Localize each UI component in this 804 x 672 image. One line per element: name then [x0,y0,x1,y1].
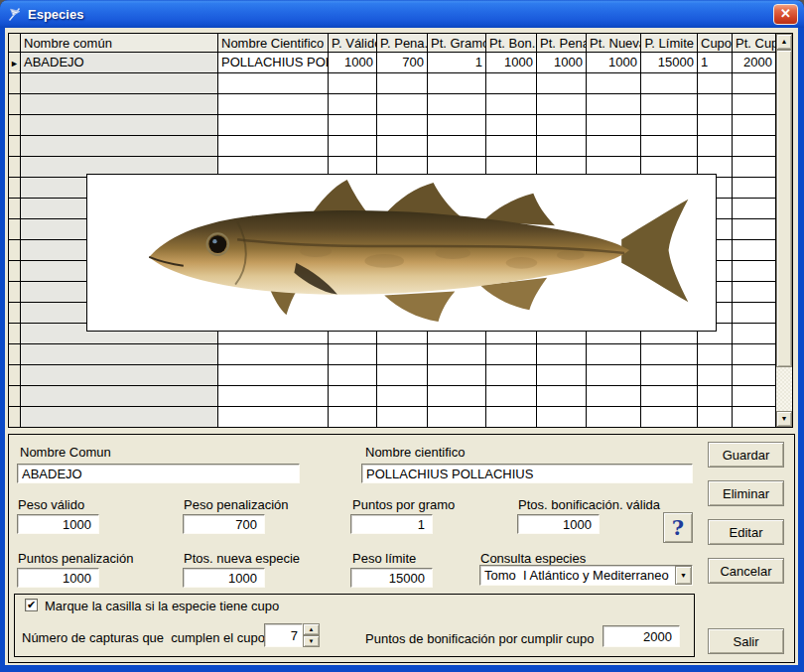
grid-cell-empty[interactable] [377,94,427,114]
grid-cell-empty[interactable] [733,261,775,281]
grid-cell-empty[interactable] [587,344,640,364]
grid-cell-empty[interactable] [428,386,485,406]
grid-cell-empty[interactable] [21,115,217,135]
grid-cell-empty[interactable] [537,386,586,406]
grid-cell-empty[interactable] [733,178,775,198]
grid-cell-empty[interactable] [537,136,586,156]
grid-cell-empty[interactable] [428,73,485,93]
grid-cell-empty[interactable] [733,94,775,114]
row-indicator-cell[interactable] [9,219,20,239]
grid-cell-empty[interactable] [377,365,427,385]
grid-cell-cupo[interactable]: 1 [698,53,732,72]
grid-cell-empty[interactable] [698,73,732,93]
row-indicator-cell[interactable] [9,178,20,198]
grid-cell-empty[interactable] [329,344,376,364]
grid-cell-empty[interactable] [21,94,217,114]
grid-cell-empty[interactable] [218,73,328,93]
row-indicator-cell[interactable] [9,407,20,427]
grid-cell-empty[interactable] [486,344,536,364]
grid-cell-empty[interactable] [329,115,376,135]
row-indicator-cell[interactable] [9,261,20,281]
consulta-especies-select[interactable]: Tomo I Atlántico y Mediterraneo ▼ [479,565,693,586]
grid-cell-empty[interactable] [641,407,697,427]
grid-cell-empty[interactable] [486,386,536,406]
row-indicator-cell[interactable] [9,199,20,218]
grid-cell-empty[interactable] [641,136,697,156]
puntos-por-gramo-input[interactable] [350,514,433,534]
grid-cell-empty[interactable] [733,136,775,156]
grid-cell-empty[interactable] [428,115,485,135]
grid-cell-empty[interactable] [641,94,697,114]
grid-cell-pt-cupo[interactable]: 2000 [733,53,775,72]
grid-cell-empty[interactable] [377,73,427,93]
peso-limite-input[interactable] [350,568,433,588]
grid-cell-empty[interactable] [428,94,485,114]
grid-cell-empty[interactable] [587,115,640,135]
grid-cell-empty[interactable] [641,365,697,385]
grid-cell-pt-nueva[interactable]: 1000 [587,53,640,72]
grid-cell-empty[interactable] [428,344,485,364]
grid-cell-empty[interactable] [329,73,376,93]
grid-cell-empty[interactable] [733,282,775,302]
grid-cell-empty[interactable] [486,365,536,385]
grid-cell-empty[interactable] [537,94,586,114]
grid-cell-empty[interactable] [377,344,427,364]
grid-cell-empty[interactable] [486,73,536,93]
grid-cell-empty[interactable] [486,407,536,427]
grid-cell-empty[interactable] [537,365,586,385]
grid-cell-empty[interactable] [641,386,697,406]
grid-cell-empty[interactable] [218,386,328,406]
row-indicator-cell[interactable] [9,344,20,364]
grid-cell-empty[interactable] [218,365,328,385]
titlebar[interactable]: Especies ✕ [0,0,804,28]
grid-cell-empty[interactable] [587,407,640,427]
row-indicator-cell[interactable] [9,157,20,177]
grid-cell-empty[interactable] [733,407,775,427]
bonificacion-cupo-input[interactable] [603,625,680,647]
grid-cell-empty[interactable] [329,136,376,156]
grid-cell-empty[interactable] [329,365,376,385]
row-indicator-cell[interactable] [9,240,20,260]
grid-cell-nombre-cientifico[interactable]: POLLACHIUS POLL [218,53,328,72]
row-indicator-cell[interactable] [9,136,20,156]
grid-cell-empty[interactable] [537,407,586,427]
puntos-penalizacion-input[interactable] [17,568,99,588]
grid-cell-empty[interactable] [733,240,775,260]
grid-cell-empty[interactable] [377,115,427,135]
combo-dropdown-button[interactable]: ▼ [675,566,692,585]
grid-cell-empty[interactable] [218,344,328,364]
grid-cell-empty[interactable] [537,344,586,364]
grid-cell-empty[interactable] [587,365,640,385]
grid-cell-empty[interactable] [537,115,586,135]
spinner-up-button[interactable]: ▲ [303,623,320,635]
grid-cell-empty[interactable] [218,136,328,156]
row-indicator-cell[interactable] [9,303,20,323]
grid-cell-empty[interactable] [329,407,376,427]
grid-cell-empty[interactable] [733,199,775,218]
grid-cell-empty[interactable] [587,386,640,406]
row-indicator-cell[interactable] [9,73,20,93]
guardar-button[interactable]: Guardar [708,442,784,468]
editar-button[interactable]: Editar [708,519,784,545]
scroll-up-button[interactable]: ▲ [776,34,792,50]
grid-cell-p-limite[interactable]: 15000 [641,53,697,72]
peso-penalizacion-input[interactable] [183,514,265,534]
row-indicator-cell[interactable]: ► [9,53,20,72]
grid-cell-empty[interactable] [329,94,376,114]
grid-cell-empty[interactable] [21,365,217,385]
grid-cell-p-pena[interactable]: 700 [377,53,427,72]
row-indicator-cell[interactable] [9,282,20,302]
grid-cell-empty[interactable] [218,407,328,427]
help-button[interactable]: ? [663,512,693,543]
scrollbar-thumb[interactable] [776,50,792,367]
grid-cell-empty[interactable] [486,115,536,135]
scrollbar-track[interactable] [776,367,792,411]
grid-cell-pt-gramo[interactable]: 1 [428,53,485,72]
grid-cell-empty[interactable] [733,386,775,406]
cupo-checkbox[interactable]: ✔ [25,599,38,611]
grid-cell-empty[interactable] [641,344,697,364]
grid-cell-p-valido[interactable]: 1000 [329,53,376,72]
grid-cell-empty[interactable] [587,136,640,156]
grid-cell-empty[interactable] [733,365,775,385]
grid-cell-empty[interactable] [587,73,640,93]
